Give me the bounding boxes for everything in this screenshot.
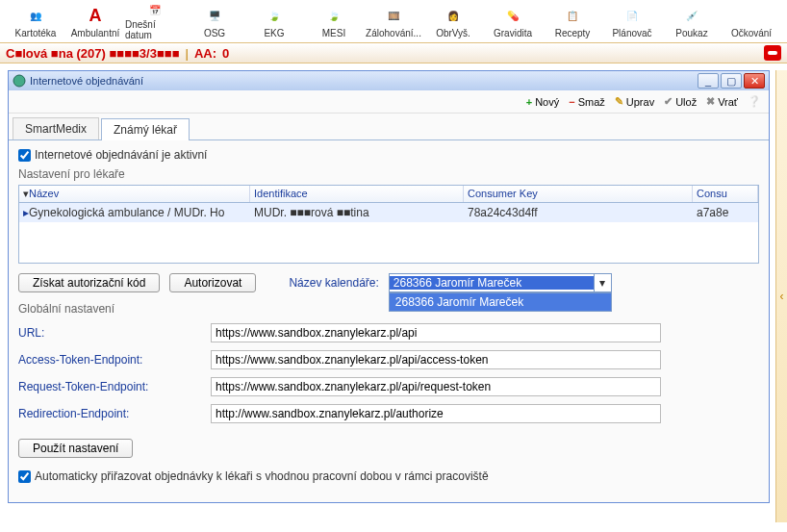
checkbox-booking-active[interactable]: Internetové objednávání je aktivní — [18, 148, 759, 162]
col-csecret[interactable]: Consu — [693, 186, 758, 202]
toolbar-item-7[interactable]: 👩ObrVyš. — [423, 2, 483, 40]
tab-1[interactable]: Známý lékař — [101, 118, 190, 140]
section-doctor-settings: Nastavení pro lékaře — [18, 167, 759, 181]
table-row[interactable]: ▸Gynekologická ambulance / MUDr. Ho MUDr… — [19, 203, 758, 222]
action-icon: ✔ — [664, 95, 673, 108]
action-ulož[interactable]: ✔Ulož — [664, 95, 697, 108]
action-nový[interactable]: +Nový — [526, 96, 560, 108]
calendar-label: Název kalendáře: — [289, 276, 378, 290]
toolbar-item-10[interactable]: 📄Plánovač — [602, 2, 662, 40]
toolbar-icon: 📅 — [143, 2, 166, 18]
window-icon — [13, 74, 26, 88]
checkbox-auto-assign[interactable]: Automaticky přiřazovat objednávky k léka… — [18, 469, 759, 483]
checkbox-input[interactable] — [18, 470, 31, 483]
col-ident[interactable]: Identifikace — [250, 186, 464, 202]
minimize-button[interactable]: _ — [698, 73, 719, 89]
field-label-1: Access-Token-Endpoint: — [18, 353, 211, 367]
action-vrať[interactable]: ✖Vrať — [706, 95, 738, 108]
dropdown-item[interactable]: 268366 Jaromír Mareček — [390, 293, 611, 311]
field-label-0: URL: — [18, 326, 211, 340]
toolbar-icon: 💉 — [680, 4, 703, 27]
field-input-0[interactable] — [211, 323, 661, 342]
tab-strip: SmartMedixZnámý lékař — [9, 114, 769, 140]
toolbar-icon: 📋 — [561, 4, 584, 27]
col-name[interactable]: Název — [29, 188, 59, 199]
toolbar-item-3[interactable]: 🖥️OSG — [185, 2, 244, 40]
toolbar-item-6[interactable]: 🎞️Zálohování... — [364, 2, 423, 40]
titlebar: Internetové objednávání _ ▢ ✕ — [9, 71, 769, 90]
checkbox-input[interactable] — [18, 149, 31, 162]
toolbar-item-1[interactable]: AAmbulantní — [65, 2, 125, 40]
field-label-2: Request-Token-Endpoint: — [18, 380, 211, 393]
chevron-left-icon: ‹ — [780, 290, 784, 303]
help-icon[interactable]: ❔ — [748, 95, 761, 108]
field-label-3: Redirection-Endpoint: — [18, 407, 211, 420]
aa-label: AA: — [194, 46, 216, 61]
get-auth-code-button[interactable]: Získat autorizační kód — [18, 273, 160, 292]
window-title: Internetové objednávání — [30, 75, 143, 87]
tab-0[interactable]: SmartMedix — [13, 117, 99, 139]
action-smaž[interactable]: −Smaž — [569, 96, 605, 108]
toolbar-item-4[interactable]: 🍃EKG — [244, 2, 304, 40]
phone-icon[interactable] — [764, 45, 781, 61]
field-input-3[interactable] — [211, 404, 661, 423]
toolbar-icon: 👩 — [442, 4, 465, 27]
svg-rect-0 — [768, 51, 777, 55]
toolbar-item-0[interactable]: 👥Kartotéka — [6, 2, 65, 40]
main-toolbar: 👥KartotékaAAmbulantní📅Dnešní datum🖥️OSG🍃… — [0, 0, 787, 42]
toolbar-item-9[interactable]: 📋Recepty — [543, 2, 602, 40]
col-ckey[interactable]: Consumer Key — [464, 186, 693, 202]
calendar-combo[interactable]: 268366 Jaromír Mareček ▾ — [389, 273, 612, 292]
toolbar-icon: A — [84, 4, 107, 27]
field-input-1[interactable] — [211, 350, 661, 369]
action-icon: ✎ — [615, 95, 623, 108]
calendar-dropdown[interactable]: 268366 Jaromír Mareček — [389, 292, 612, 312]
apply-settings-button[interactable]: Použít nastavení — [18, 439, 133, 458]
aa-value: 0 — [222, 46, 229, 61]
toolbar-item-11[interactable]: 💉Poukaz — [662, 2, 722, 40]
field-input-2[interactable] — [211, 377, 661, 396]
action-uprav[interactable]: ✎Uprav — [615, 95, 654, 108]
maximize-button[interactable]: ▢ — [721, 73, 742, 89]
toolbar-icon: 👥 — [24, 4, 47, 27]
chevron-down-icon[interactable]: ▾ — [594, 274, 611, 291]
tab-pane-known-doctor: Internetové objednávání je aktivní Nasta… — [9, 140, 769, 502]
toolbar-icon: 💊 — [501, 4, 524, 27]
toolbar-item-2[interactable]: 📅Dnešní datum — [125, 2, 185, 40]
toolbar-item-5[interactable]: 🍃MESI — [304, 2, 364, 40]
patient-name: C■lová ■na (207) ■■■■3/3■■■ — [6, 46, 180, 61]
toolbar-icon: 🖥️ — [203, 4, 226, 27]
close-button[interactable]: ✕ — [744, 73, 765, 89]
window-internet-booking: Internetové objednávání _ ▢ ✕ +Nový−Smaž… — [8, 70, 770, 503]
action-icon: ✖ — [706, 95, 715, 108]
action-bar: +Nový−Smaž✎Uprav✔Ulož✖Vrať❔ — [9, 90, 769, 114]
toolbar-icon — [740, 4, 763, 27]
grid-header: ▾Název Identifikace Consumer Key Consu — [19, 186, 758, 203]
authorize-button[interactable]: Autorizovat — [169, 273, 256, 292]
toolbar-item-12[interactable]: Očkování — [722, 2, 781, 40]
toolbar-item-8[interactable]: 💊Gravidita — [483, 2, 543, 40]
toolbar-icon: 🎞️ — [382, 4, 405, 27]
doctor-grid[interactable]: ▾Název Identifikace Consumer Key Consu ▸… — [18, 185, 759, 264]
toolbar-icon: 🍃 — [322, 4, 345, 27]
status-bar: C■lová ■na (207) ■■■■3/3■■■ | AA: 0 — [0, 42, 787, 63]
action-icon: + — [526, 96, 532, 108]
svg-point-1 — [13, 75, 25, 87]
toolbar-icon: 📄 — [621, 4, 644, 27]
right-collapse-strip[interactable]: ‹ — [775, 70, 787, 522]
action-icon: − — [569, 96, 574, 108]
toolbar-icon: 🍃 — [263, 4, 286, 27]
